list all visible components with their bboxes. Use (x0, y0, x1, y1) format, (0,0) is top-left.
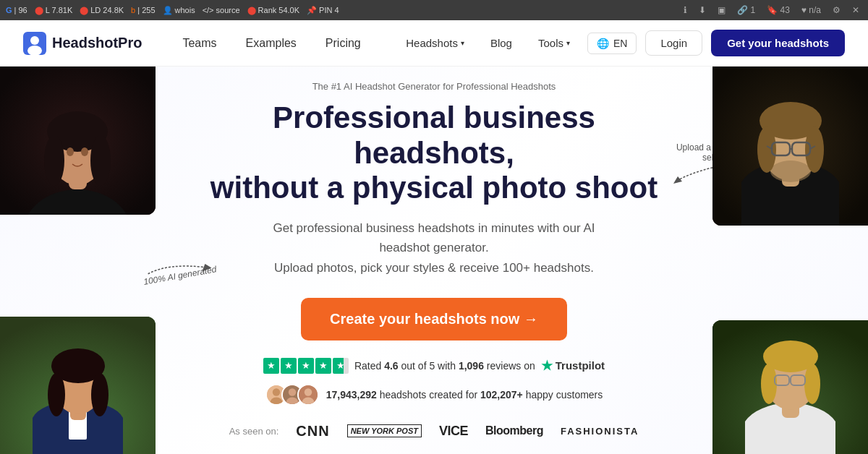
main-content: 100% AI generated (0, 67, 868, 454)
screen-icon[interactable]: ▣ (715, 4, 728, 17)
hero-center: The #1 AI Headshot Generator for Profess… (166, 67, 702, 454)
metric-l: ⬤ L 7.81K (35, 6, 73, 15)
svg-point-19 (90, 135, 111, 186)
trustpilot-text: Rated 4.6 out of 5 with 1,096 reviews on (354, 360, 535, 372)
create-headshots-button[interactable]: Create your headshots now → (301, 298, 567, 340)
star-4: ★ (315, 358, 331, 374)
customer-avatars (265, 384, 319, 406)
man-white-svg (712, 320, 868, 454)
svg-point-21 (81, 147, 88, 156)
hero-photo-man-white-shirt (712, 320, 868, 454)
logo[interactable]: HeadshotPro (23, 32, 142, 55)
nav-blog[interactable]: Blog (482, 31, 521, 55)
nav-pricing[interactable]: Pricing (314, 31, 373, 56)
media-bloomberg: Bloomberg (485, 424, 543, 437)
star-1: ★ (263, 358, 279, 374)
nav-teams[interactable]: Teams (171, 31, 228, 56)
logo-text: HeadshotPro (52, 35, 142, 51)
svg-point-68 (289, 388, 296, 395)
star-3: ★ (298, 358, 314, 374)
hero-photo-woman-suit-left (0, 317, 156, 454)
browser-toolbar: G | 96 ⬤ L 7.81K ⬤ LD 24.8K b | 255 👤 wh… (0, 0, 868, 20)
as-seen-label: As seen on: (229, 426, 279, 437)
headshots-chevron: ▾ (461, 39, 464, 47)
metric-source: </> source (203, 6, 240, 14)
customers-text: 17,943,292 headshots created for 102,207… (326, 389, 603, 401)
toolbar-icons: ℹ ⬇ ▣ 🔗 1 🔖 43 ♥ n/a ⚙ ✕ (681, 4, 862, 17)
man-glasses-svg (712, 67, 868, 226)
info-icon[interactable]: ℹ (681, 4, 690, 17)
star-2: ★ (281, 358, 297, 374)
svg-point-45 (770, 160, 811, 182)
trustpilot-row: ★ ★ ★ ★ ★ Rated 4.6 out of 5 with 1,096 … (263, 358, 605, 374)
language-selector[interactable]: 🌐 EN (587, 33, 637, 54)
svg-point-60 (804, 364, 820, 404)
avatar-svg-3 (299, 384, 318, 406)
metric-ld: ⬤ LD 24.8K (80, 6, 124, 15)
svg-point-1 (30, 36, 39, 45)
metric-g: G | 96 (6, 6, 27, 14)
trustpilot-icon: ★ (541, 358, 553, 374)
right-photo-panel: Upload a few selfies (702, 67, 868, 454)
metric-pin: 📌 PIN 4 (307, 6, 339, 15)
as-seen-row: As seen on: CNN NEW YORK POST VICE Bloom… (229, 423, 639, 440)
settings-icon[interactable]: ⚙ (830, 4, 843, 17)
download-icon[interactable]: ⬇ (696, 4, 709, 17)
get-headshots-button[interactable]: Get your headshots (711, 30, 845, 56)
svg-point-18 (44, 135, 64, 186)
avatar-3 (297, 384, 319, 406)
media-vice: VICE (439, 424, 468, 439)
metric-b: b | 255 (131, 6, 155, 14)
media-fashionista: FASHIONISTA (561, 426, 639, 437)
globe-icon: 🌐 (597, 38, 609, 49)
left-photo-panel: 100% AI generated (0, 67, 166, 454)
link-icon[interactable]: 🔗 1 (734, 4, 758, 17)
tools-chevron: ▾ (566, 39, 570, 47)
svg-point-59 (761, 364, 777, 404)
nav-examples[interactable]: Examples (234, 31, 308, 56)
close-icon[interactable]: ✕ (849, 4, 862, 17)
svg-point-30 (91, 373, 109, 416)
hero-description: Get professional business headshots in m… (253, 218, 615, 278)
svg-point-29 (48, 373, 65, 416)
nav-right: Headshots ▾ Blog Tools ▾ 🌐 EN Login Get … (397, 30, 845, 56)
hero-title: Professional business headshots, without… (195, 100, 673, 205)
metric-whois: 👤 whois (163, 6, 195, 15)
hero-subtitle-top: The #1 AI Headshot Generator for Profess… (312, 81, 556, 92)
svg-point-20 (67, 147, 74, 156)
woman-svg (0, 67, 156, 215)
media-nyt: NEW YORK POST (347, 424, 422, 437)
customers-row: 17,943,292 headshots created for 102,207… (265, 384, 603, 406)
nav-tools[interactable]: Tools ▾ (529, 31, 579, 55)
woman-suit-svg (0, 317, 156, 454)
trustpilot-logo: ★ Trustpilot (541, 358, 605, 374)
media-cnn: CNN (296, 423, 329, 440)
heart-icon[interactable]: ♥ n/a (799, 4, 824, 17)
hero-photo-man-glasses (712, 67, 868, 226)
hero-photo-woman-left (0, 67, 156, 215)
login-button[interactable]: Login (645, 30, 702, 56)
logo-icon (23, 32, 46, 55)
star-5-half: ★ (333, 358, 349, 374)
svg-point-71 (305, 388, 312, 395)
metric-rank: ⬤ Rank 54.0K (247, 6, 299, 15)
navbar: HeadshotPro Teams Examples Pricing Heads… (0, 20, 868, 67)
svg-point-48 (805, 127, 824, 173)
star-rating: ★ ★ ★ ★ ★ (263, 358, 349, 374)
nav-links: Teams Examples Pricing (171, 31, 372, 56)
svg-point-65 (273, 388, 280, 395)
svg-point-47 (757, 127, 776, 173)
bookmark-icon[interactable]: 🔖 43 (764, 4, 793, 17)
nav-headshots[interactable]: Headshots ▾ (397, 31, 473, 55)
